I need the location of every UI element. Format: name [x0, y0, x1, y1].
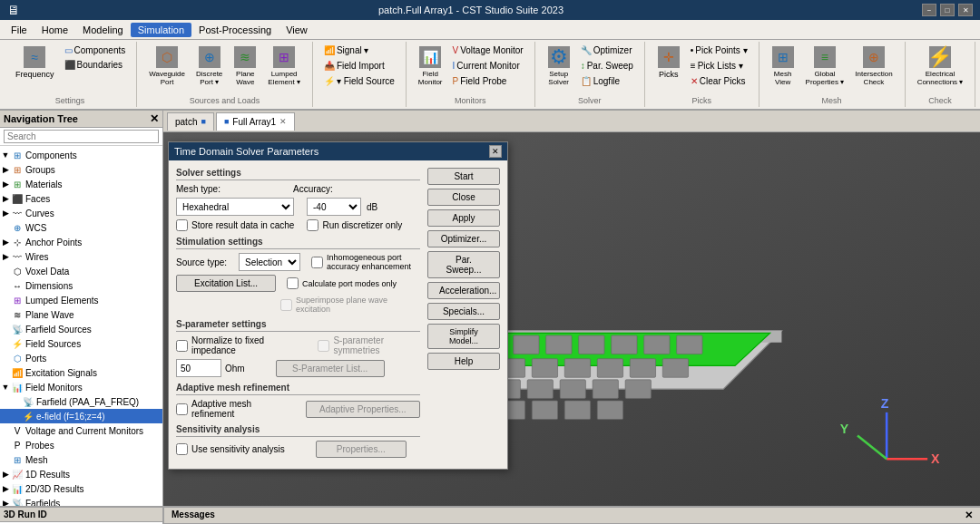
tree-item-faces[interactable]: ▶ ⬛ Faces: [0, 191, 162, 206]
par-sweep-button[interactable]: Par. Sweep...: [427, 251, 500, 278]
tree-item-probes[interactable]: P Probes: [0, 438, 162, 452]
tree-item-farfield-paa[interactable]: 📡 Farfield (PAA_FA_FREQ): [0, 394, 162, 409]
start-button[interactable]: Start: [427, 168, 500, 185]
tree-item-farfields[interactable]: ▶ 📡 Farfields: [0, 496, 162, 506]
tree-item-groups[interactable]: ▶ ⊞ Groups: [0, 162, 162, 177]
adaptive-props-button[interactable]: Adaptive Properties...: [306, 401, 420, 418]
menu-view[interactable]: View: [279, 23, 315, 37]
tree-item-efield[interactable]: ⚡ e-field (f=16;z=4): [0, 409, 162, 423]
ribbon-btn-intersection[interactable]: ⊕ IntersectionCheck: [850, 44, 897, 89]
ribbon-btn-electrical-conn[interactable]: ⚡ ElectricalConnections ▾: [913, 44, 968, 89]
menu-home[interactable]: Home: [34, 23, 75, 37]
mesh-type-select[interactable]: Hexahedral: [176, 198, 294, 216]
sensitivity-checkbox[interactable]: Use sensitivity analysis: [176, 443, 285, 455]
ribbon-btn-discrete[interactable]: ⊕ DiscretePort ▾: [191, 44, 227, 89]
minimize-button[interactable]: −: [922, 4, 936, 16]
ribbon-btn-clear-picks[interactable]: ✕Clear Picks: [687, 74, 751, 88]
nav-tree-close-icon[interactable]: ✕: [150, 112, 159, 125]
source-type-select[interactable]: Selection: [239, 253, 300, 271]
optimizer-button[interactable]: Optimizer...: [427, 230, 500, 247]
tree-item-wires[interactable]: ▶ 〰 Wires: [0, 249, 162, 264]
tree-item-components[interactable]: ▼ ⊞ Components: [0, 148, 162, 162]
tree-item-mesh[interactable]: ⊞ Mesh: [0, 452, 162, 467]
normalize-checkbox[interactable]: Normalize to fixed impedance: [176, 335, 296, 355]
tree-item-ports[interactable]: ⬡ Ports: [0, 351, 162, 365]
tree-item-1d-results[interactable]: ▶ 📈 1D Results: [0, 467, 162, 481]
dialog-time-domain: Time Domain Solver Parameters ✕ Solver s…: [168, 141, 508, 470]
adaptive-mesh-checkbox[interactable]: Adaptive mesh refinement: [176, 399, 293, 419]
simplify-model-button[interactable]: Simplify Model...: [427, 324, 500, 349]
tree-item-plane-wave[interactable]: ≋ Plane Wave: [0, 307, 162, 322]
ribbon-btn-current-monitor[interactable]: ICurrent Monitor: [449, 59, 527, 73]
inhomogeneous-checkbox[interactable]: Inhomogeneous port accuracy enhancement: [311, 253, 420, 271]
tree-item-anchor[interactable]: ▶ ⊹ Anchor Points: [0, 235, 162, 249]
run-discretizer-checkbox[interactable]: Run discretizer only: [307, 219, 402, 231]
tree-item-2d3d-results[interactable]: ▶ 📊 2D/3D Results: [0, 481, 162, 496]
close-button[interactable]: ✕: [958, 4, 973, 16]
tree-item-dimensions[interactable]: ↔ Dimensions: [0, 278, 162, 293]
svg-rect-7: [579, 335, 604, 354]
tree-item-voltage-current[interactable]: V Voltage and Current Monitors: [0, 423, 162, 438]
excitation-list-button[interactable]: Excitation List...: [176, 275, 276, 292]
ribbon-btn-par-sweep[interactable]: ↕Par. Sweep: [577, 59, 637, 73]
messages-close-icon[interactable]: ✕: [965, 509, 973, 521]
ribbon-btn-pick-lists[interactable]: ≡Pick Lists ▾: [687, 59, 751, 73]
tree-item-curves[interactable]: ▶ 〰 Curves: [0, 206, 162, 220]
ribbon-btn-global-props[interactable]: ≡ GlobalProperties ▾: [801, 44, 849, 89]
ribbon-btn-voltage-monitor[interactable]: VVoltage Monitor: [449, 44, 527, 57]
calculate-modes-checkbox[interactable]: Calculate port modes only: [287, 277, 397, 289]
ribbon-btn-pick-points[interactable]: •Pick Points ▾: [687, 44, 751, 57]
ribbon-btn-fieldimport[interactable]: 📥Field Import: [320, 59, 388, 73]
tab-patch[interactable]: patch ■: [167, 112, 214, 131]
dialog-close-button[interactable]: ✕: [489, 145, 502, 158]
specials-button[interactable]: Specials...: [427, 303, 500, 320]
close-button-dialog[interactable]: Close: [427, 189, 500, 206]
ribbon-btn-setup-solver[interactable]: ⚙ SetupSolver: [543, 44, 575, 89]
ribbon-btn-signal[interactable]: 📶Signal ▾: [320, 44, 373, 57]
tree-item-voxel[interactable]: ⬡ Voxel Data: [0, 264, 162, 278]
tree-item-field-sources[interactable]: ⚡ Field Sources: [0, 336, 162, 351]
superimpose-checkbox[interactable]: Superimpose plane wave excitation: [280, 296, 420, 314]
apply-button[interactable]: Apply: [427, 209, 500, 227]
tree-item-farfield-sources[interactable]: 📡 Farfield Sources: [0, 322, 162, 336]
sensitivity-props-button[interactable]: Properties...: [316, 441, 407, 458]
s-param-list-button[interactable]: S-Parameter List...: [276, 360, 385, 377]
ribbon-btn-logfile[interactable]: 📋Logfile: [577, 74, 637, 88]
menu-postprocessing[interactable]: Post-Processing: [191, 23, 279, 37]
ribbon-btn-lumped[interactable]: ⊞ LumpedElement ▾: [263, 44, 305, 89]
ribbon-btn-field-probe[interactable]: PField Probe: [449, 74, 527, 88]
help-button[interactable]: Help: [427, 353, 500, 370]
tree-item-excitation[interactable]: 📶 Excitation Signals: [0, 365, 162, 380]
ribbon-btn-fieldsource[interactable]: ⚡▾ Field Source: [320, 74, 398, 88]
menu-simulation[interactable]: Simulation: [131, 23, 191, 37]
ribbon-btn-waveguide[interactable]: ⬡ WaveguidePort: [144, 44, 190, 89]
acceleration-button[interactable]: Acceleration...: [427, 282, 500, 299]
tree-item-wcs[interactable]: ⊕ WCS: [0, 220, 162, 235]
ribbon-btn-background[interactable]: ▭ Components: [61, 44, 130, 57]
ribbon-btn-boundaries[interactable]: ⬛ Boundaries: [61, 58, 130, 72]
menu-modeling[interactable]: Modeling: [75, 23, 131, 37]
adaptive-label: Adaptive mesh refinement: [176, 383, 420, 395]
tab-full-array[interactable]: ■ Full Array1 ✕: [216, 112, 295, 131]
store-result-checkbox[interactable]: Store result data in cache: [176, 219, 294, 231]
ribbon-btn-mesh-view[interactable]: ⊞ MeshView: [767, 44, 799, 89]
impedance-input[interactable]: [176, 359, 221, 377]
ribbon-btn-fieldmonitor[interactable]: 📊 FieldMonitor: [414, 44, 447, 89]
viewport[interactable]: Z X Y Time Domain Solver Parameters ✕: [163, 132, 980, 506]
ribbon-btn-picks[interactable]: ✛ Picks: [652, 44, 685, 82]
ribbon-group-monitors: 📊 FieldMonitor VVoltage Monitor ICurrent…: [407, 42, 535, 107]
tree-item-field-monitors[interactable]: ▼ 📊 Field Monitors: [0, 380, 162, 394]
maximize-button[interactable]: □: [940, 4, 955, 16]
svg-rect-20: [593, 380, 618, 399]
accuracy-select[interactable]: -40: [307, 198, 361, 216]
tree-item-materials[interactable]: ▶ ⊞ Materials: [0, 177, 162, 191]
menu-file[interactable]: File: [4, 23, 34, 37]
tree-item-lumped-elem[interactable]: ⊞ Lumped Elements: [0, 293, 162, 307]
s-symmetries-checkbox[interactable]: S-parameter symmetries: [318, 335, 420, 355]
tab-close-icon[interactable]: ✕: [279, 117, 287, 126]
ribbon-btn-planewave[interactable]: ≋ PlaneWave: [229, 44, 261, 89]
nav-tree-search-input[interactable]: [4, 130, 159, 143]
tab-full-array-icon: ■: [224, 117, 229, 126]
ribbon-btn-optimizer[interactable]: 🔧Optimizer: [577, 44, 637, 57]
ribbon-btn-frequency[interactable]: ≈ Frequency: [11, 44, 59, 82]
